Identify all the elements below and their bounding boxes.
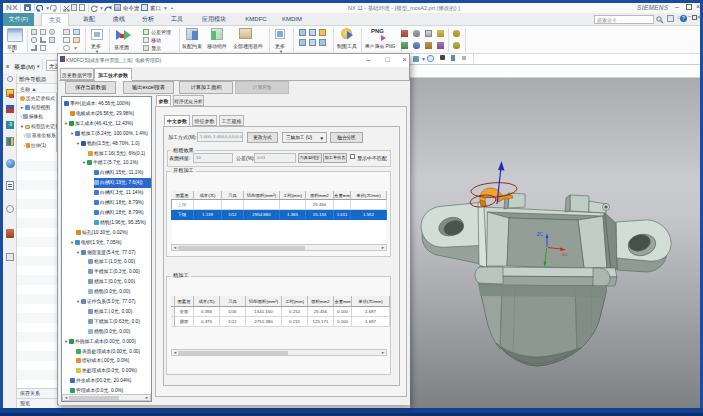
svg-text:ZC: ZC — [537, 232, 544, 237]
svg-text:XC: XC — [562, 252, 568, 257]
